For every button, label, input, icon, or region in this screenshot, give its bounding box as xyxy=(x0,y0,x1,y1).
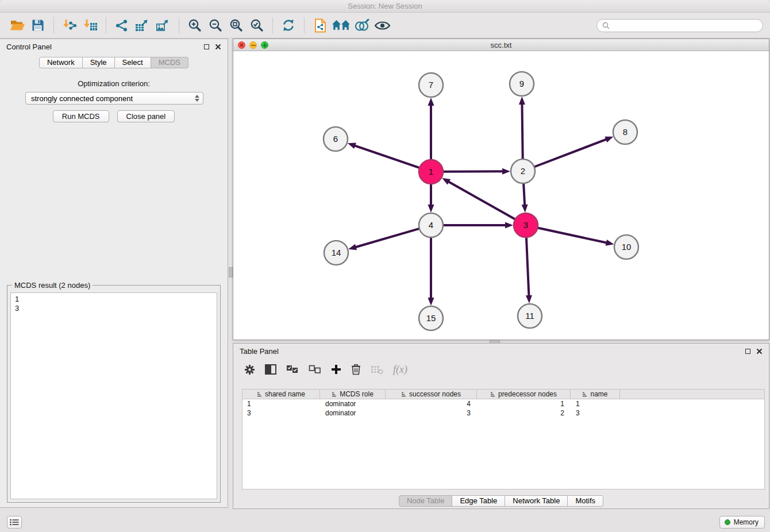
tab-network[interactable]: Network xyxy=(39,57,83,68)
graph-node-3[interactable]: 3 xyxy=(514,213,538,237)
edge-3-11[interactable] xyxy=(526,237,532,303)
graph-node-2[interactable]: 2 xyxy=(511,159,535,183)
graph-node-8[interactable]: 8 xyxy=(613,120,637,144)
graph-node-10[interactable]: 10 xyxy=(614,235,638,259)
edge-3-1[interactable] xyxy=(442,178,515,219)
table-panel: Table Panel f(x) shared nameMCDS role xyxy=(233,343,769,509)
graph-node-1[interactable]: 1 xyxy=(419,160,443,184)
zoom-out-button[interactable] xyxy=(205,15,226,36)
network-window-titlebar[interactable]: scc.txt xyxy=(233,39,769,51)
node-table-body[interactable]: 1dominator4113dominator323 xyxy=(242,399,765,489)
table-panel-float-button[interactable] xyxy=(745,349,750,354)
zoom-in-button[interactable] xyxy=(184,15,205,36)
open-session-button[interactable] xyxy=(7,15,28,36)
function-builder-button[interactable]: f(x) xyxy=(393,364,407,376)
export-table-button[interactable] xyxy=(132,15,153,36)
optimization-criterion-select[interactable]: strongly connected component xyxy=(25,92,203,105)
add-column-button[interactable] xyxy=(331,364,341,375)
import-table-button[interactable] xyxy=(80,15,101,36)
graph-node-14[interactable]: 14 xyxy=(324,241,348,265)
title-bar[interactable]: Session: New Session xyxy=(0,0,770,13)
tab-edge-table[interactable]: Edge Table xyxy=(452,495,505,507)
status-bar: Memory xyxy=(0,513,770,532)
new-network-button[interactable] xyxy=(111,15,132,36)
edge-2-9[interactable] xyxy=(519,97,525,159)
column-header-name[interactable]: name xyxy=(571,389,620,399)
edge-1-7[interactable] xyxy=(428,98,434,160)
apply-layout-button[interactable] xyxy=(278,15,299,36)
edge-3-10[interactable] xyxy=(538,228,614,245)
show-panels-button[interactable] xyxy=(7,516,22,529)
svg-text:2: 2 xyxy=(521,166,525,176)
window-minimize-button[interactable] xyxy=(249,41,257,49)
graph-node-9[interactable]: 9 xyxy=(510,72,534,96)
show-graphics-details-button[interactable] xyxy=(372,15,392,36)
tab-style[interactable]: Style xyxy=(83,57,115,68)
graph-node-11[interactable]: 11 xyxy=(518,304,542,328)
table-toolbar: f(x) xyxy=(244,359,407,380)
tab-network-table[interactable]: Network Table xyxy=(505,495,568,507)
window-close-button[interactable] xyxy=(238,41,245,49)
tab-select[interactable]: Select xyxy=(115,57,151,68)
edge-2-8[interactable] xyxy=(534,137,614,167)
column-header-shared-name[interactable]: shared name xyxy=(242,389,320,399)
deselect-all-icon xyxy=(309,365,321,374)
import-network-from-file-button[interactable] xyxy=(310,15,330,36)
run-mcds-button[interactable]: Run MCDS xyxy=(53,110,109,122)
edge-1-6[interactable] xyxy=(348,142,419,168)
edge-4-15[interactable] xyxy=(428,237,434,306)
mcds-result-text[interactable]: 1 3 xyxy=(10,292,217,499)
open-folder-icon xyxy=(10,19,25,32)
tab-mcds[interactable]: MCDS xyxy=(151,57,188,68)
main-toolbar xyxy=(0,13,770,38)
search-field[interactable] xyxy=(596,19,763,32)
zoom-selected-button[interactable] xyxy=(247,15,267,36)
svg-text:9: 9 xyxy=(519,79,524,88)
show-columns-button[interactable] xyxy=(265,364,276,375)
table-panel-close-button[interactable] xyxy=(756,348,763,354)
edge-2-3[interactable] xyxy=(522,183,528,213)
import-network-icon xyxy=(62,19,77,32)
import-network-button[interactable] xyxy=(59,15,80,36)
graph-node-7[interactable]: 7 xyxy=(419,73,443,97)
import-table-icon xyxy=(83,19,98,32)
search-input[interactable] xyxy=(613,21,757,29)
deselect-all-button[interactable] xyxy=(309,365,321,374)
network-graph[interactable]: 7968124314101511 xyxy=(233,51,769,340)
tab-node-table[interactable]: Node Table xyxy=(399,495,453,507)
trash-icon xyxy=(351,364,361,375)
window-zoom-button[interactable] xyxy=(261,41,268,49)
graph-node-4[interactable]: 4 xyxy=(419,213,443,237)
home-button[interactable] xyxy=(330,15,351,36)
search-icon xyxy=(602,22,610,29)
column-header-predecessor-nodes[interactable]: predecessor nodes xyxy=(477,389,571,399)
column-header-successor-nodes[interactable]: successor nodes xyxy=(386,389,477,399)
edge-1-4[interactable] xyxy=(428,184,434,213)
style-venn-button[interactable] xyxy=(351,15,372,36)
save-session-button[interactable] xyxy=(28,15,48,36)
delete-table-icon xyxy=(371,364,383,375)
edge-4-3[interactable] xyxy=(443,222,513,229)
table-cell: 2 xyxy=(478,408,571,418)
column-header-MCDS-role[interactable]: MCDS role xyxy=(320,389,386,399)
export-image-button[interactable] xyxy=(153,15,174,36)
close-icon xyxy=(756,348,763,354)
control-panel-close-button[interactable] xyxy=(215,44,221,50)
zoom-fit-button[interactable] xyxy=(226,15,247,36)
vertical-splitter[interactable] xyxy=(228,38,233,508)
control-panel-float-button[interactable] xyxy=(204,44,209,49)
select-all-button[interactable] xyxy=(286,365,299,374)
table-row[interactable]: 3dominator323 xyxy=(242,408,764,418)
table-options-button[interactable] xyxy=(244,364,255,375)
graph-node-6[interactable]: 6 xyxy=(324,127,348,151)
table-row[interactable]: 1dominator411 xyxy=(242,399,764,408)
memory-button[interactable]: Memory xyxy=(719,516,765,529)
network-canvas[interactable]: 7968124314101511 xyxy=(233,51,769,340)
close-panel-button[interactable]: Close panel xyxy=(117,110,175,122)
tab-motifs[interactable]: Motifs xyxy=(568,495,603,507)
delete-table-button[interactable] xyxy=(371,364,383,375)
graph-node-15[interactable]: 15 xyxy=(419,306,443,330)
delete-column-button[interactable] xyxy=(351,364,361,375)
edge-4-14[interactable] xyxy=(348,229,419,250)
edge-1-2[interactable] xyxy=(443,168,510,175)
